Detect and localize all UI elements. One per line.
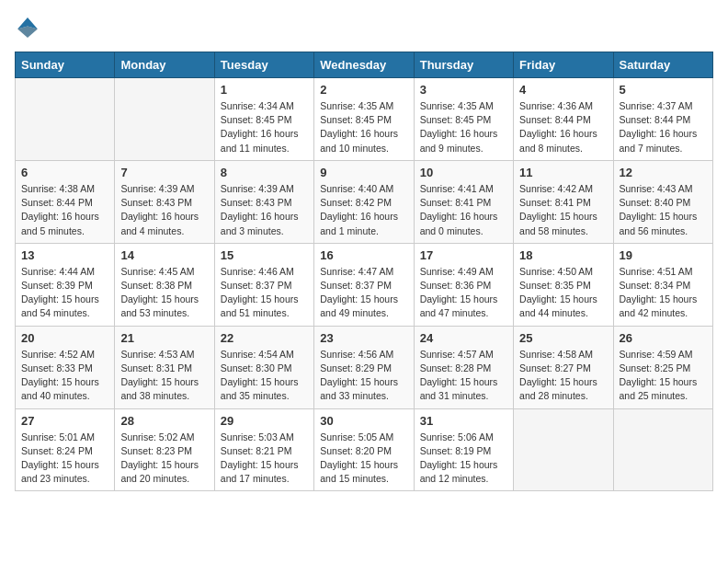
page-header [15,15,713,40]
calendar-cell: 28Sunrise: 5:02 AM Sunset: 8:23 PM Dayli… [115,408,214,491]
calendar-cell: 29Sunrise: 5:03 AM Sunset: 8:21 PM Dayli… [214,408,313,491]
day-number: 10 [420,166,507,179]
weekday-header: Monday [115,52,214,78]
day-info: Sunrise: 4:35 AM Sunset: 8:45 PM Dayligh… [420,99,507,155]
calendar-week-row: 1Sunrise: 4:34 AM Sunset: 8:45 PM Daylig… [16,78,713,161]
day-info: Sunrise: 4:41 AM Sunset: 8:41 PM Dayligh… [420,182,507,238]
logo-icon [15,15,40,40]
day-number: 14 [120,248,208,262]
day-info: Sunrise: 5:05 AM Sunset: 8:20 PM Dayligh… [320,431,407,487]
day-number: 22 [221,331,308,345]
day-info: Sunrise: 4:45 AM Sunset: 8:38 PM Dayligh… [120,265,208,321]
day-number: 23 [320,331,407,345]
calendar-cell: 31Sunrise: 5:06 AM Sunset: 8:19 PM Dayli… [414,408,513,491]
day-info: Sunrise: 4:39 AM Sunset: 8:43 PM Dayligh… [221,182,308,238]
day-number: 20 [21,331,108,345]
calendar-week-row: 13Sunrise: 4:44 AM Sunset: 8:39 PM Dayli… [16,243,713,326]
day-number: 28 [120,414,208,428]
calendar-cell: 10Sunrise: 4:41 AM Sunset: 8:41 PM Dayli… [414,160,513,243]
calendar-cell: 16Sunrise: 4:47 AM Sunset: 8:37 PM Dayli… [314,243,414,326]
day-info: Sunrise: 5:02 AM Sunset: 8:23 PM Dayligh… [120,431,208,487]
day-number: 18 [519,248,607,262]
day-info: Sunrise: 4:38 AM Sunset: 8:44 PM Dayligh… [21,182,108,238]
day-number: 1 [221,83,308,97]
day-number: 31 [420,414,507,428]
day-number: 17 [420,248,507,262]
weekday-header: Wednesday [314,52,414,78]
day-info: Sunrise: 4:42 AM Sunset: 8:41 PM Dayligh… [519,182,607,238]
day-number: 12 [620,166,707,179]
calendar-cell: 5Sunrise: 4:37 AM Sunset: 8:44 PM Daylig… [613,78,712,161]
day-number: 30 [320,414,407,428]
calendar-cell: 13Sunrise: 4:44 AM Sunset: 8:39 PM Dayli… [16,243,115,326]
day-info: Sunrise: 4:40 AM Sunset: 8:42 PM Dayligh… [320,182,407,238]
day-info: Sunrise: 4:57 AM Sunset: 8:28 PM Dayligh… [420,348,507,404]
day-info: Sunrise: 4:46 AM Sunset: 8:37 PM Dayligh… [221,265,308,321]
day-info: Sunrise: 4:54 AM Sunset: 8:30 PM Dayligh… [221,348,308,404]
calendar-cell: 19Sunrise: 4:51 AM Sunset: 8:34 PM Dayli… [613,243,712,326]
calendar-cell: 27Sunrise: 5:01 AM Sunset: 8:24 PM Dayli… [16,408,115,491]
day-info: Sunrise: 4:59 AM Sunset: 8:25 PM Dayligh… [620,348,707,404]
day-number: 21 [120,331,208,345]
day-number: 5 [620,83,707,97]
day-info: Sunrise: 4:37 AM Sunset: 8:44 PM Dayligh… [620,99,707,155]
day-number: 25 [519,331,607,345]
calendar-cell: 22Sunrise: 4:54 AM Sunset: 8:30 PM Dayli… [214,326,313,408]
calendar-cell: 9Sunrise: 4:40 AM Sunset: 8:42 PM Daylig… [314,160,414,243]
day-number: 2 [320,83,407,97]
calendar-week-row: 6Sunrise: 4:38 AM Sunset: 8:44 PM Daylig… [16,160,713,243]
day-number: 11 [519,166,607,179]
day-number: 4 [519,83,607,97]
day-number: 27 [21,414,108,428]
day-number: 7 [120,166,208,179]
weekday-header: Thursday [414,52,513,78]
calendar-cell: 23Sunrise: 4:56 AM Sunset: 8:29 PM Dayli… [314,326,414,408]
day-info: Sunrise: 4:39 AM Sunset: 8:43 PM Dayligh… [120,182,208,238]
calendar-cell [115,78,214,161]
calendar-cell: 14Sunrise: 4:45 AM Sunset: 8:38 PM Dayli… [115,243,214,326]
day-info: Sunrise: 4:35 AM Sunset: 8:45 PM Dayligh… [320,99,407,155]
day-info: Sunrise: 5:01 AM Sunset: 8:24 PM Dayligh… [21,431,108,487]
calendar-cell [514,408,613,491]
weekday-header: Saturday [613,52,712,78]
weekday-header: Tuesday [214,52,313,78]
calendar-cell [16,78,115,161]
calendar-cell: 2Sunrise: 4:35 AM Sunset: 8:45 PM Daylig… [314,78,414,161]
day-info: Sunrise: 4:51 AM Sunset: 8:34 PM Dayligh… [620,265,707,321]
calendar-week-row: 27Sunrise: 5:01 AM Sunset: 8:24 PM Dayli… [16,408,713,491]
day-number: 8 [221,166,308,179]
day-number: 9 [320,166,407,179]
day-number: 3 [420,83,507,97]
day-number: 16 [320,248,407,262]
calendar-cell: 8Sunrise: 4:39 AM Sunset: 8:43 PM Daylig… [214,160,313,243]
day-info: Sunrise: 4:58 AM Sunset: 8:27 PM Dayligh… [519,348,607,404]
weekday-header: Sunday [16,52,115,78]
calendar-cell: 6Sunrise: 4:38 AM Sunset: 8:44 PM Daylig… [16,160,115,243]
day-info: Sunrise: 5:03 AM Sunset: 8:21 PM Dayligh… [221,431,308,487]
day-number: 6 [21,166,108,179]
calendar-cell: 18Sunrise: 4:50 AM Sunset: 8:35 PM Dayli… [514,243,613,326]
day-number: 24 [420,331,507,345]
calendar-cell: 30Sunrise: 5:05 AM Sunset: 8:20 PM Dayli… [314,408,414,491]
calendar-cell: 11Sunrise: 4:42 AM Sunset: 8:41 PM Dayli… [514,160,613,243]
calendar-table: SundayMondayTuesdayWednesdayThursdayFrid… [15,52,713,491]
day-number: 29 [221,414,308,428]
day-info: Sunrise: 4:34 AM Sunset: 8:45 PM Dayligh… [221,99,308,155]
calendar-cell: 7Sunrise: 4:39 AM Sunset: 8:43 PM Daylig… [115,160,214,243]
calendar-cell: 4Sunrise: 4:36 AM Sunset: 8:44 PM Daylig… [514,78,613,161]
day-info: Sunrise: 4:43 AM Sunset: 8:40 PM Dayligh… [620,182,707,238]
day-number: 13 [21,248,108,262]
calendar-cell: 17Sunrise: 4:49 AM Sunset: 8:36 PM Dayli… [414,243,513,326]
calendar-cell: 21Sunrise: 4:53 AM Sunset: 8:31 PM Dayli… [115,326,214,408]
calendar-cell: 3Sunrise: 4:35 AM Sunset: 8:45 PM Daylig… [414,78,513,161]
day-info: Sunrise: 4:44 AM Sunset: 8:39 PM Dayligh… [21,265,108,321]
day-info: Sunrise: 4:53 AM Sunset: 8:31 PM Dayligh… [120,348,208,404]
logo [15,15,44,40]
day-info: Sunrise: 4:52 AM Sunset: 8:33 PM Dayligh… [21,348,108,404]
day-info: Sunrise: 5:06 AM Sunset: 8:19 PM Dayligh… [420,431,507,487]
day-info: Sunrise: 4:36 AM Sunset: 8:44 PM Dayligh… [519,99,607,155]
weekday-header-row: SundayMondayTuesdayWednesdayThursdayFrid… [16,52,713,78]
day-info: Sunrise: 4:47 AM Sunset: 8:37 PM Dayligh… [320,265,407,321]
day-info: Sunrise: 4:56 AM Sunset: 8:29 PM Dayligh… [320,348,407,404]
calendar-cell: 15Sunrise: 4:46 AM Sunset: 8:37 PM Dayli… [214,243,313,326]
